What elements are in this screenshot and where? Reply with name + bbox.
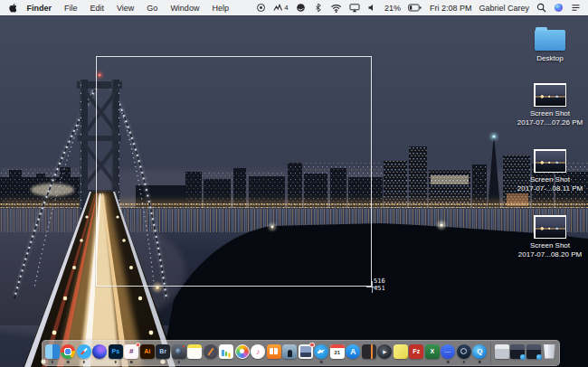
menu-view[interactable]: View	[110, 4, 140, 13]
apple-menu[interactable]	[9, 3, 16, 13]
battery-percent[interactable]: 21%	[384, 4, 401, 13]
kindle-icon[interactable]	[282, 344, 297, 359]
excel-icon[interactable]: X	[425, 344, 440, 359]
dock-item-minimized-window-2[interactable]	[510, 343, 526, 364]
dock-item-app-store[interactable]: A	[346, 343, 362, 364]
dock-item-photoshop[interactable]: Ps	[108, 343, 124, 364]
chat-app-icon[interactable]: ···	[441, 344, 455, 359]
app-store-icon[interactable]: A	[346, 344, 360, 359]
activity-graph-icon[interactable]	[273, 3, 283, 13]
minimized-window-3-icon[interactable]	[526, 344, 541, 359]
calendar-icon[interactable]: 21	[330, 344, 345, 359]
spotlight-search-icon[interactable]	[536, 3, 546, 13]
dock-item-media-app[interactable]: ▶	[377, 343, 394, 364]
menu-file[interactable]: File	[58, 4, 84, 13]
dock-item-photos[interactable]	[234, 343, 251, 364]
steam-icon[interactable]	[457, 344, 471, 359]
image-file-thumbnail[interactable]	[534, 215, 566, 239]
quicktime-running-indicator	[479, 361, 481, 363]
dock-item-chat-app[interactable]: ···	[441, 343, 457, 364]
dock-item-minimized-window-1[interactable]	[494, 343, 510, 364]
dock-item-image-viewer[interactable]	[298, 343, 314, 364]
dock-item-quicktime[interactable]: Q	[472, 343, 488, 364]
chrome-icon[interactable]	[61, 344, 75, 359]
safari-icon[interactable]	[77, 344, 91, 359]
dock-item-blue-swirl-app[interactable]	[92, 343, 109, 364]
dock-item-chrome[interactable]	[61, 343, 77, 364]
desktop-folder[interactable]: Desktop	[516, 27, 584, 63]
dock-item-garageband[interactable]	[203, 343, 219, 364]
menu-clock[interactable]: Fri 2:08 PM	[430, 4, 472, 13]
screenshot-file-3[interactable]: Screen Shot2017-07...08.20 PM	[516, 215, 584, 259]
dock-item-stickies[interactable]	[393, 343, 409, 364]
dock-item-twitter[interactable]	[314, 343, 330, 364]
menu-go[interactable]: Go	[140, 4, 164, 13]
minimized-window-2-icon[interactable]	[510, 344, 525, 359]
dock-item-filezilla[interactable]: Fz	[409, 343, 425, 364]
photos-icon[interactable]	[235, 344, 250, 359]
wifi-icon[interactable]	[330, 3, 342, 13]
dock-item-notebook-app[interactable]	[361, 343, 377, 364]
numbers-icon[interactable]	[219, 344, 233, 359]
record-indicator-icon[interactable]	[256, 3, 266, 13]
itunes-icon[interactable]: ♪	[251, 344, 265, 359]
dock-item-slack[interactable]: #	[124, 343, 140, 364]
screenshot-file-1[interactable]: Screen Shot2017-07....07.26 PM	[516, 83, 584, 127]
camera-app-icon[interactable]	[172, 344, 186, 359]
notification-center-icon[interactable]	[571, 3, 581, 13]
dock-item-illustrator[interactable]: Ai	[139, 343, 156, 364]
dock-item-camera-app[interactable]	[171, 343, 187, 364]
finder-running-indicator	[52, 361, 54, 363]
airplay-display-icon[interactable]	[349, 3, 360, 13]
menu-help[interactable]: Help	[205, 4, 235, 13]
menu-user-name[interactable]: Gabriel Carey	[479, 4, 529, 13]
filezilla-icon[interactable]: Fz	[409, 344, 423, 359]
finder-icon[interactable]	[45, 344, 60, 359]
garageband-icon[interactable]	[204, 344, 218, 359]
trash-icon[interactable]	[542, 344, 556, 359]
menu-edit[interactable]: Edit	[83, 4, 110, 13]
dock-item-trash[interactable]	[542, 343, 558, 364]
folder-icon[interactable]	[535, 30, 565, 51]
notes-icon[interactable]	[187, 344, 202, 359]
battery-icon[interactable]	[408, 3, 422, 13]
quicktime-icon[interactable]: Q	[472, 344, 487, 359]
menu-finder[interactable]: Finder	[20, 4, 58, 13]
thumbnail-preview	[536, 85, 565, 106]
stickies-icon[interactable]	[394, 344, 408, 359]
bluetooth-icon[interactable]	[313, 3, 323, 13]
minimized-window-1-icon[interactable]	[495, 344, 509, 359]
dock-item-steam[interactable]	[456, 343, 472, 364]
adobe-bridge-icon[interactable]: Br	[156, 344, 170, 359]
siri-icon[interactable]	[554, 3, 564, 13]
dock-item-adobe-bridge[interactable]: Br	[156, 343, 172, 364]
menu-window[interactable]: Window	[164, 4, 205, 13]
twitter-icon[interactable]	[314, 344, 328, 359]
dock-item-ibooks[interactable]	[266, 343, 282, 364]
blue-swirl-app-icon[interactable]	[92, 344, 107, 359]
dock-item-safari[interactable]	[76, 343, 92, 364]
illustrator-icon[interactable]: Ai	[140, 344, 155, 359]
dock-item-numbers[interactable]	[219, 343, 235, 364]
photoshop-icon[interactable]: Ps	[109, 344, 123, 359]
screenshot-selection-rectangle[interactable]	[96, 56, 372, 287]
dock-item-finder[interactable]	[44, 343, 61, 364]
dock-item-excel[interactable]: X	[424, 343, 441, 364]
icon-label: Screen Shot	[516, 175, 584, 184]
dock-item-calendar[interactable]: 21	[329, 343, 346, 364]
circle-app-icon[interactable]	[296, 3, 306, 13]
media-app-icon[interactable]: ▶	[377, 344, 392, 359]
activity-graph-item[interactable]: 4	[273, 3, 288, 13]
dock-item-itunes[interactable]: ♪	[251, 343, 267, 364]
dock-item-kindle[interactable]	[282, 343, 299, 364]
volume-icon[interactable]	[367, 3, 377, 13]
dock-item-notes[interactable]	[187, 343, 204, 364]
image-file-thumbnail[interactable]	[534, 83, 566, 107]
icon-label: Screen Shot	[516, 241, 584, 250]
screenshot-file-2[interactable]: Screen Shot2017-07-...08.11 PM	[516, 149, 584, 193]
ibooks-icon[interactable]	[267, 344, 281, 359]
icon-label-date: 2017-07-...08.11 PM	[516, 184, 584, 193]
notebook-app-icon[interactable]	[362, 344, 376, 359]
dock-item-minimized-window-3[interactable]	[526, 343, 542, 364]
image-file-thumbnail[interactable]	[534, 149, 566, 173]
